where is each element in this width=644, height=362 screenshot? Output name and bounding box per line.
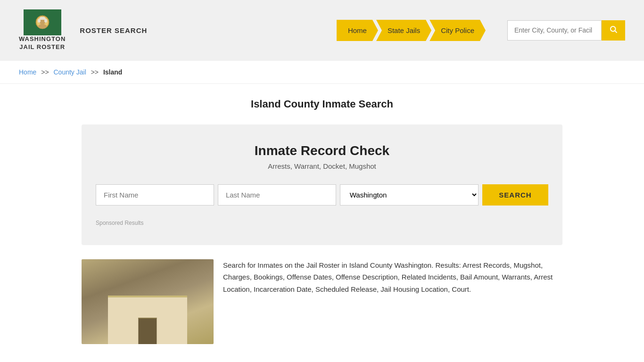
logo-text: WASHINGTON JAIL ROSTER [19,35,66,51]
search-icon [609,25,618,33]
breadcrumb-sep1: >> [41,68,49,76]
first-name-input[interactable] [96,184,214,206]
breadcrumb-current: Island [103,68,122,76]
sponsored-label: Sponsored Results [96,220,548,226]
washington-flag-icon [24,9,61,35]
inmate-search-button[interactable]: SEARCH [482,184,548,206]
nav-state-jails-button[interactable]: State Jails [376,20,431,41]
page-title: Island County Inmate Search [82,98,562,110]
breadcrumb-sep2: >> [91,68,99,76]
site-header: WASHINGTON JAIL ROSTER ROSTER SEARCH Hom… [0,0,644,61]
building-image [82,259,214,344]
state-select[interactable]: AlabamaAlaskaArizonaArkansasCaliforniaCo… [340,184,479,206]
record-check-title: Inmate Record Check [96,143,548,158]
inmate-search-form: AlabamaAlaskaArizonaArkansasCaliforniaCo… [96,184,548,206]
main-nav: Home State Jails City Police [337,20,484,41]
content-area: Island County Inmate Search Inmate Recor… [63,84,581,358]
header-search-input[interactable] [507,20,602,41]
nav-home-button[interactable]: Home [337,20,378,41]
breadcrumb: Home >> County Jail >> Island [19,68,625,76]
svg-point-6 [44,19,47,23]
svg-line-8 [615,31,617,33]
record-check-subtitle: Arrests, Warrant, Docket, Mugshot [96,162,548,170]
breadcrumb-bar: Home >> County Jail >> Island [0,61,644,84]
roster-search-label: ROSTER SEARCH [80,26,147,34]
breadcrumb-home-link[interactable]: Home [19,68,36,76]
svg-point-4 [38,24,47,29]
svg-point-7 [611,26,616,32]
svg-point-5 [38,19,41,23]
bottom-section: Search for Inmates on the Jail Roster in… [82,259,562,344]
record-check-box: Inmate Record Check Arrests, Warrant, Do… [82,124,562,245]
nav-city-police-button[interactable]: City Police [429,20,486,41]
last-name-input[interactable] [218,184,336,206]
header-search-bar [507,20,625,41]
site-logo[interactable]: WASHINGTON JAIL ROSTER [19,9,66,51]
breadcrumb-county-jail-link[interactable]: County Jail [54,68,86,76]
header-search-button[interactable] [602,20,625,41]
description-text: Search for Inmates on the Jail Roster in… [223,259,562,296]
